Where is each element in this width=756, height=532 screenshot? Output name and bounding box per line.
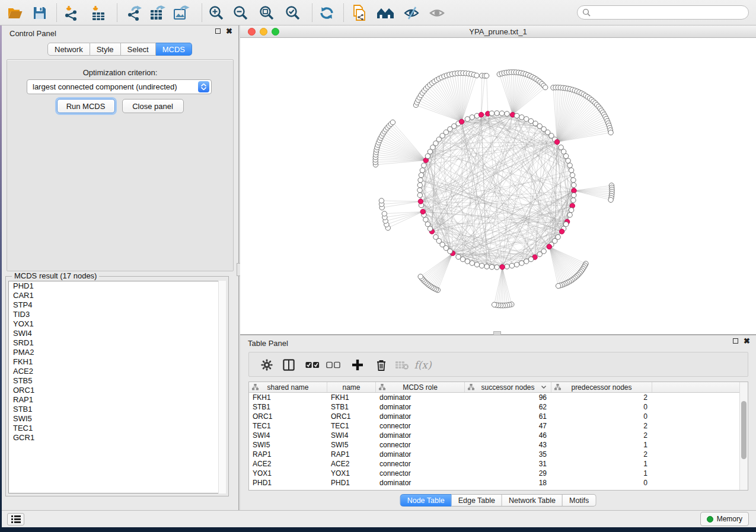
close-panel-icon[interactable]: ✖ <box>744 338 750 344</box>
fx-label: f(x) <box>414 359 431 371</box>
cell-shared-name: SWI4 <box>249 431 327 440</box>
zoom-in-icon[interactable] <box>208 4 225 22</box>
mcds-result-item[interactable]: PMA2 <box>9 348 225 357</box>
refresh-icon[interactable] <box>318 4 336 22</box>
memory-button[interactable]: Memory <box>700 512 749 526</box>
network-panel: YPA_prune.txt_1 <box>240 25 756 334</box>
mcds-result-item[interactable]: FKH1 <box>9 357 225 367</box>
mcds-result-group: MCDS result (17 nodes) PHD1CAR1STP4TID3Y… <box>5 276 229 496</box>
hide-icon[interactable] <box>403 4 420 22</box>
export-network-icon[interactable] <box>126 4 144 22</box>
select-all-icon[interactable] <box>305 358 320 372</box>
close-panel-button[interactable]: Close panel <box>122 99 184 113</box>
mcds-result-item[interactable]: STP4 <box>9 300 225 310</box>
tab-network-table[interactable]: Network Table <box>502 494 563 507</box>
table-row[interactable]: SWI5SWI5connector431 <box>249 440 748 450</box>
optimization-criterion-label: Optimization criterion: <box>7 68 233 77</box>
open-folder-icon[interactable] <box>6 4 24 22</box>
table-row[interactable]: SWI4SWI4dominator462 <box>249 431 748 440</box>
mcds-result-item[interactable]: ORC1 <box>9 386 225 395</box>
table-scrollbar-thumb[interactable] <box>741 401 747 459</box>
settings-gear-icon[interactable] <box>260 358 274 372</box>
mcds-result-item[interactable]: PHD1 <box>9 281 225 291</box>
table-row[interactable]: FKH1FKH1dominator962 <box>249 393 748 402</box>
task-history-button[interactable] <box>7 513 24 525</box>
delete-table-icon <box>395 358 409 372</box>
mcds-result-item[interactable]: SRD1 <box>9 338 225 348</box>
import-network-icon[interactable] <box>63 4 81 22</box>
node-table[interactable]: shared namenameMCDS rolesuccessor nodesp… <box>248 382 748 491</box>
go-home-icon[interactable] <box>377 4 394 22</box>
mcds-result-list[interactable]: PHD1CAR1STP4TID3YOX1SWI4SRD1PMA2FKH1ACE2… <box>8 281 226 493</box>
show-icon[interactable] <box>428 4 446 22</box>
column-header-predecessor-nodes[interactable]: predecessor nodes <box>551 382 652 392</box>
close-panel-icon[interactable]: ✖ <box>226 28 232 34</box>
mcds-result-item[interactable]: CAR1 <box>9 291 225 300</box>
save-icon[interactable] <box>31 4 49 22</box>
mcds-result-scrollbar[interactable] <box>218 281 226 493</box>
tab-edge-table[interactable]: Edge Table <box>452 494 502 507</box>
cell-shared-name: YOX1 <box>249 469 327 478</box>
cell-shared-name: PHD1 <box>249 478 327 488</box>
column-header-successor-nodes[interactable]: successor nodes <box>465 382 551 392</box>
mcds-result-item[interactable]: TID3 <box>9 310 225 319</box>
tab-style[interactable]: Style <box>90 43 121 56</box>
network-canvas[interactable] <box>240 38 756 334</box>
table-row[interactable]: STB1STB1dominator620 <box>249 402 748 412</box>
cell-successor-nodes: 18 <box>465 478 551 488</box>
mcds-result-item[interactable]: ACE2 <box>9 367 225 376</box>
table-row[interactable]: ORC1ORC1dominator610 <box>249 412 748 421</box>
zoom-fit-icon[interactable] <box>258 4 276 22</box>
search-input[interactable] <box>594 8 748 17</box>
network-titlebar: YPA_prune.txt_1 <box>240 25 756 38</box>
memory-label: Memory <box>717 515 742 523</box>
show-columns-icon[interactable] <box>282 358 296 372</box>
column-header-MCDS-role[interactable]: MCDS role <box>376 382 465 392</box>
tab-motifs[interactable]: Motifs <box>563 494 596 507</box>
column-header-name[interactable]: name <box>327 382 376 392</box>
mcds-result-item[interactable]: SWI5 <box>9 414 225 424</box>
table-row[interactable]: TEC1TEC1connector472 <box>249 421 748 431</box>
tab-node-table[interactable]: Node Table <box>400 494 452 507</box>
export-image-icon[interactable] <box>173 4 190 22</box>
mcds-result-item[interactable]: STB5 <box>9 376 225 386</box>
tab-select[interactable]: Select <box>121 43 156 56</box>
deselect-all-icon[interactable] <box>326 358 340 372</box>
zoom-selected-icon[interactable] <box>284 4 302 22</box>
horizontal-splitter-handle[interactable] <box>493 331 501 335</box>
clone-network-icon[interactable] <box>350 4 368 22</box>
table-scrollbar[interactable] <box>739 382 748 490</box>
cell-predecessor-nodes: 0 <box>551 402 652 412</box>
criterion-dropdown[interactable]: largest connected component (undirected) <box>27 79 212 94</box>
table-row[interactable]: ACE2ACE2connector311 <box>249 459 748 469</box>
run-mcds-button[interactable]: Run MCDS <box>57 99 115 113</box>
mcds-result-item[interactable]: RAP1 <box>9 395 225 405</box>
float-panel-icon[interactable] <box>215 28 221 34</box>
table-row[interactable]: PHD1PHD1dominator180 <box>249 478 748 488</box>
mcds-result-item[interactable]: YOX1 <box>9 319 225 329</box>
tab-mcds[interactable]: MCDS <box>156 43 192 56</box>
toolbar-separator <box>312 4 312 22</box>
float-panel-icon[interactable] <box>733 338 738 344</box>
cell-MCDS-role: dominator <box>376 431 465 440</box>
delete-icon[interactable] <box>374 358 388 372</box>
cell-MCDS-role: dominator <box>376 402 465 412</box>
mcds-result-item[interactable]: TEC1 <box>9 424 225 433</box>
mcds-result-item[interactable]: SWI4 <box>9 329 225 338</box>
tab-network[interactable]: Network <box>47 43 90 56</box>
table-row[interactable]: YOX1YOX1connector291 <box>249 469 748 478</box>
import-table-icon[interactable] <box>90 4 107 22</box>
export-table-icon[interactable] <box>149 4 167 22</box>
cell-name: TEC1 <box>327 421 376 431</box>
search-box[interactable] <box>577 5 749 20</box>
zoom-out-icon[interactable] <box>232 4 250 22</box>
table-row[interactable]: RAP1RAP1dominator352 <box>249 450 748 459</box>
mcds-result-item[interactable]: STB1 <box>9 405 225 414</box>
cell-MCDS-role: dominator <box>376 412 465 421</box>
mcds-result-item[interactable]: GCR1 <box>9 433 225 443</box>
cell-shared-name: SWI5 <box>249 440 327 450</box>
cell-predecessor-nodes: 0 <box>551 412 652 421</box>
add-icon[interactable] <box>350 358 365 372</box>
toolbar-separator <box>343 4 344 22</box>
column-header-shared-name[interactable]: shared name <box>249 382 327 392</box>
